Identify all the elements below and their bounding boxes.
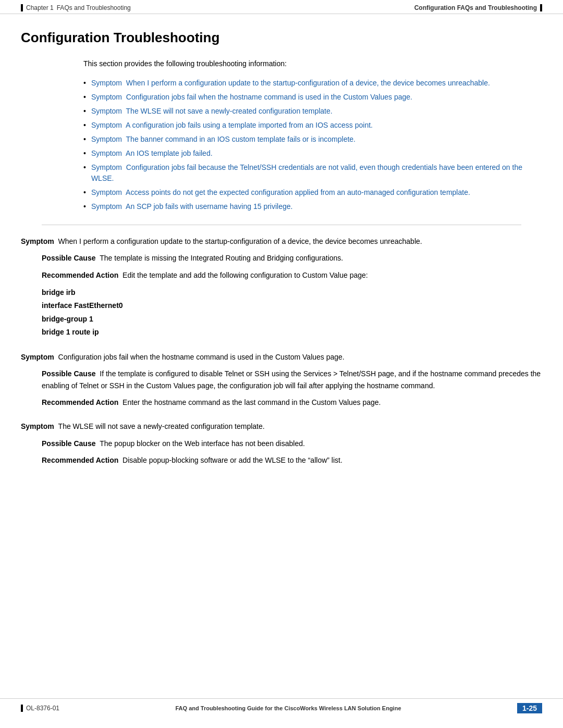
action-line: Recommended Action Enter the hostname co…	[42, 397, 542, 408]
action-line: Recommended Action Disable popup-blockin…	[42, 454, 542, 466]
symptom-line: Symptom Configuration jobs fail when the…	[21, 351, 542, 363]
toc-item[interactable]: Symptom An IOS template job failed.	[83, 148, 542, 159]
symptom-line: Symptom The WLSE will not save a newly-c…	[21, 421, 542, 432]
page-header: Chapter 1 FAQs and Troubleshooting Confi…	[0, 0, 563, 14]
toc-symptom-label: Symptom	[91, 107, 126, 115]
footer-bar	[21, 705, 23, 712]
toc-link[interactable]: Symptom When I perform a configuration u…	[91, 78, 490, 89]
action-label: Recommended Action	[42, 271, 123, 279]
header-right-bar	[540, 4, 542, 11]
footer-left: OL-8376-01	[21, 705, 59, 712]
page-number: 1-25	[517, 703, 542, 713]
code-line: bridge-group 1	[42, 313, 542, 326]
symptom-label: Symptom	[21, 422, 58, 430]
toc-link[interactable]: Symptom A configuration job fails using …	[91, 120, 373, 131]
action-label: Recommended Action	[42, 398, 123, 406]
chapter-label: Chapter 1	[26, 4, 54, 11]
toc-symptom-label: Symptom	[91, 149, 126, 157]
toc-list: Symptom When I perform a configuration u…	[83, 78, 542, 212]
symptom-section: Symptom The WLSE will not save a newly-c…	[21, 421, 542, 466]
cause-label: Possible Cause	[42, 254, 100, 262]
symptom-label: Symptom	[21, 237, 58, 245]
intro-text: This section provides the following trou…	[83, 58, 542, 69]
header-right-section: Configuration FAQs and Troubleshooting	[414, 4, 537, 11]
header-left-bar	[21, 4, 23, 11]
toc-symptom-label: Symptom	[91, 93, 126, 101]
toc-link[interactable]: Symptom An SCP job fails with username h…	[91, 201, 293, 212]
code-line: bridge irb	[42, 286, 542, 299]
toc-symptom-label: Symptom	[91, 163, 126, 171]
toc-symptom-label: Symptom	[91, 188, 126, 196]
toc-item[interactable]: Symptom When I perform a configuration u…	[83, 78, 542, 89]
action-line: Recommended Action Edit the template and…	[42, 269, 542, 281]
cause-line: Possible Cause The template is missing t…	[42, 252, 542, 264]
toc-item[interactable]: Symptom Access points do not get the exp…	[83, 187, 542, 198]
cause-label: Possible Cause	[42, 369, 100, 378]
symptom-label: Symptom	[21, 353, 58, 361]
header-left: Chapter 1 FAQs and Troubleshooting	[21, 4, 131, 11]
symptom-section: Symptom Configuration jobs fail when the…	[21, 351, 542, 409]
toc-item[interactable]: Symptom An SCP job fails with username h…	[83, 201, 542, 212]
toc-item[interactable]: Symptom The WLSE will not save a newly-c…	[83, 106, 542, 117]
toc-link[interactable]: Symptom The banner command in an IOS cus…	[91, 134, 356, 145]
toc-item[interactable]: Symptom Configuration jobs fail when the…	[83, 92, 542, 103]
code-line: bridge 1 route ip	[42, 326, 542, 339]
toc-divider	[42, 225, 521, 225]
toc-item[interactable]: Symptom A configuration job fails using …	[83, 120, 542, 131]
toc-symptom-label: Symptom	[91, 202, 126, 211]
code-block: bridge irbinterface FastEthernet0bridge-…	[42, 286, 542, 339]
toc-link[interactable]: Symptom Configuration jobs fail because …	[91, 162, 542, 184]
page-footer: OL-8376-01 FAQ and Troubleshooting Guide…	[0, 698, 563, 718]
page-wrapper: Chapter 1 FAQs and Troubleshooting Confi…	[0, 0, 563, 728]
symptom-line: Symptom When I perform a configuration u…	[21, 236, 542, 247]
toc-link[interactable]: Symptom Configuration jobs fail when the…	[91, 92, 412, 103]
doc-number: OL-8376-01	[26, 705, 59, 712]
cause-label: Possible Cause	[42, 439, 100, 448]
toc-item[interactable]: Symptom Configuration jobs fail because …	[83, 162, 542, 184]
toc-item[interactable]: Symptom The banner command in an IOS cus…	[83, 134, 542, 145]
cause-line: Possible Cause The popup blocker on the …	[42, 438, 542, 449]
code-line: interface FastEthernet0	[42, 299, 542, 312]
toc-link[interactable]: Symptom Access points do not get the exp…	[91, 187, 470, 198]
main-content: Configuration Troubleshooting This secti…	[0, 14, 563, 510]
toc-link[interactable]: Symptom An IOS template job failed.	[91, 148, 213, 159]
toc-symptom-label: Symptom	[91, 121, 126, 129]
toc-symptom-label: Symptom	[91, 79, 126, 87]
toc-symptom-label: Symptom	[91, 135, 126, 143]
footer-center: FAQ and Troubleshooting Guide for the Ci…	[59, 705, 517, 711]
toc-link[interactable]: Symptom The WLSE will not save a newly-c…	[91, 106, 333, 117]
cause-line: Possible Cause If the template is config…	[42, 368, 542, 391]
action-label: Recommended Action	[42, 456, 123, 464]
header-section: FAQs and Troubleshooting	[57, 4, 131, 11]
page-title: Configuration Troubleshooting	[21, 30, 542, 46]
header-right: Configuration FAQs and Troubleshooting	[414, 4, 542, 11]
symptom-section: Symptom When I perform a configuration u…	[21, 236, 542, 339]
symptom-sections-container: Symptom When I perform a configuration u…	[21, 236, 542, 466]
